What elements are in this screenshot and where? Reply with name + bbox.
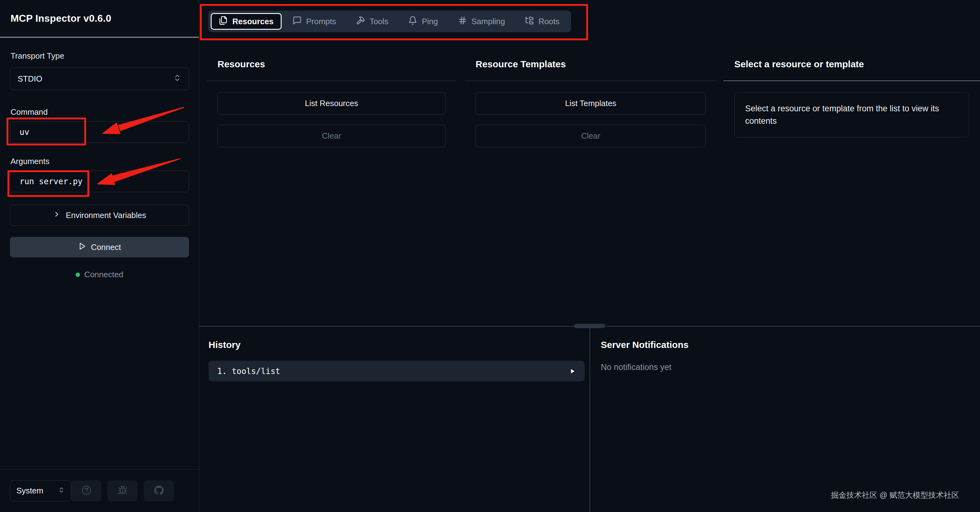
clear-templates-button[interactable]: Clear xyxy=(476,124,706,147)
github-icon xyxy=(154,485,164,496)
clear-resources-button[interactable]: Clear xyxy=(218,124,445,147)
chevron-right-icon xyxy=(52,210,61,220)
tab-bar: Resources Prompts Tools Ping xyxy=(208,11,571,32)
tab-tools[interactable]: Tools xyxy=(347,13,398,30)
command-input[interactable] xyxy=(10,121,189,143)
connect-label: Connect xyxy=(91,242,121,252)
tab-prompts[interactable]: Prompts xyxy=(283,13,345,30)
arguments-input[interactable] xyxy=(10,171,189,192)
connected-dot-icon xyxy=(76,273,80,277)
tab-label: Tools xyxy=(370,17,388,26)
connect-button[interactable]: Connect xyxy=(10,237,189,257)
environment-variables-label: Environment Variables xyxy=(66,211,146,220)
environment-variables-button[interactable]: Environment Variables xyxy=(10,205,189,226)
connection-form: Transport Type STDIO Command Arguments E… xyxy=(0,51,199,279)
resource-templates-title: Resource Templates xyxy=(465,59,717,69)
watermark-text: 掘金技术社区 @ 赋范大模型技术社区 xyxy=(831,490,959,500)
server-notifications-title: Server Notifications xyxy=(601,340,969,350)
chevrons-up-down-icon xyxy=(173,74,181,84)
tab-label: Sampling xyxy=(472,17,505,26)
folder-tree-icon xyxy=(525,16,534,27)
tab-label: Ping xyxy=(422,17,438,26)
tab-ping[interactable]: Ping xyxy=(399,13,447,30)
sidebar-footer: System xyxy=(0,469,199,512)
tab-resources[interactable]: Resources xyxy=(211,13,282,30)
bug-icon xyxy=(118,485,128,496)
server-notifications-panel: Server Notifications No notifications ye… xyxy=(590,327,980,512)
connection-status: Connected xyxy=(10,270,189,279)
resources-panel: Resources List Resources Clear xyxy=(207,49,457,147)
github-button[interactable] xyxy=(144,480,174,501)
arguments-label: Arguments xyxy=(11,156,188,166)
theme-select-value: System xyxy=(16,486,43,496)
resource-detail-title: Select a resource or template xyxy=(724,59,980,69)
files-icon xyxy=(219,16,228,27)
tab-label: Resources xyxy=(232,17,274,26)
app-header: MCP Inspector v0.6.0 xyxy=(0,0,199,38)
resource-detail-panel-header: Select a resource or template xyxy=(724,49,980,81)
tab-roots[interactable]: Roots xyxy=(516,13,568,30)
command-label: Command xyxy=(11,107,188,117)
tab-sampling[interactable]: Sampling xyxy=(449,13,514,30)
history-item-label: 1. tools/list xyxy=(217,367,280,376)
history-title: History xyxy=(208,340,585,350)
mcp-inspector-app: MCP Inspector v0.6.0 Transport Type STDI… xyxy=(0,0,980,512)
resources-panel-header: Resources xyxy=(207,49,457,81)
resource-detail-panel: Select a resource or template Select a r… xyxy=(724,49,980,137)
chevrons-up-down-icon xyxy=(58,486,65,496)
expand-arrow-icon[interactable] xyxy=(568,367,576,375)
transport-type-label: Transport Type xyxy=(11,51,188,61)
transport-type-value: STDIO xyxy=(18,74,42,84)
resources-title: Resources xyxy=(207,59,457,69)
sidebar: MCP Inspector v0.6.0 Transport Type STDI… xyxy=(0,0,199,512)
transport-type-select[interactable]: STDIO xyxy=(10,68,189,90)
main-area: Resources Prompts Tools Ping xyxy=(199,0,980,512)
help-icon xyxy=(81,485,91,496)
resource-templates-panel-header: Resource Templates xyxy=(465,49,717,81)
help-button[interactable] xyxy=(71,480,101,501)
list-resources-button[interactable]: List Resources xyxy=(218,92,445,115)
play-icon xyxy=(78,242,86,252)
hammer-icon xyxy=(356,16,365,27)
theme-select[interactable]: System xyxy=(10,480,71,501)
bug-report-button[interactable] xyxy=(108,480,138,501)
message-square-icon xyxy=(293,16,302,27)
resource-detail-placeholder: Select a resource or template from the l… xyxy=(734,92,969,137)
hash-icon xyxy=(458,16,467,27)
connection-status-text: Connected xyxy=(84,270,123,279)
history-panel: History 1. tools/list xyxy=(199,327,590,512)
tab-label: Prompts xyxy=(306,17,336,26)
history-item[interactable]: 1. tools/list xyxy=(208,360,585,381)
list-templates-button[interactable]: List Templates xyxy=(476,92,706,115)
app-title: MCP Inspector v0.6.0 xyxy=(11,13,111,24)
resource-templates-panel: Resource Templates List Templates Clear xyxy=(465,49,717,147)
tab-label: Roots xyxy=(538,17,560,26)
notifications-empty-text: No notifications yet xyxy=(601,362,969,372)
bell-icon xyxy=(408,16,417,27)
